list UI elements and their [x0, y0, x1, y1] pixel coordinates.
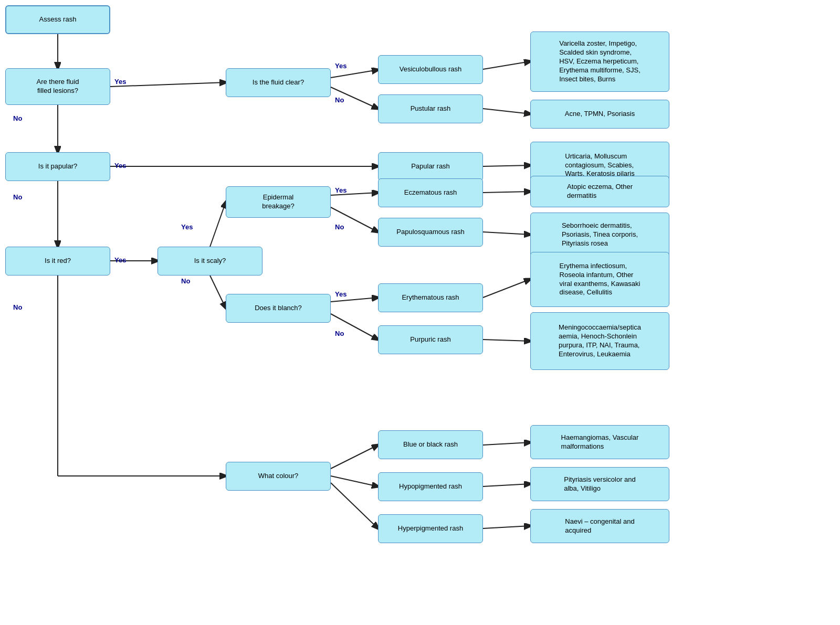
- node-is-scaly: Is it scaly?: [158, 247, 262, 276]
- node-what-colour: What colour?: [226, 462, 331, 491]
- label-dx-hypo: Pityriasis versicolor and alba, Vitiligo: [564, 475, 636, 493]
- label-no-clear: No: [335, 96, 344, 104]
- svg-line-9: [483, 165, 530, 166]
- node-dx-hypo: Pityriasis versicolor and alba, Vitiligo: [530, 467, 669, 501]
- label-dx-vesic: Varicella zoster, Impetigo, Scalded skin…: [559, 39, 640, 83]
- node-dx-eczema: Atopic eczema, Other dermatitis: [530, 176, 669, 207]
- svg-line-29: [483, 526, 530, 528]
- label-no-papular: No: [13, 193, 22, 201]
- label-erythematous: Erythematous rash: [402, 293, 459, 302]
- label-no-blanch: No: [335, 330, 344, 337]
- label-yes-blanch: Yes: [335, 290, 346, 298]
- label-no-scaly: No: [181, 277, 190, 285]
- label-dx-blue: Haemangiomas, Vascular malformations: [561, 433, 639, 451]
- label-purpuric: Purpuric rash: [410, 335, 450, 344]
- label-no-red: No: [13, 303, 22, 311]
- node-vesiculobullous: Vesiculobullous rash: [378, 55, 483, 84]
- node-dx-pust: Acne, TPMN, Psoriasis: [530, 100, 669, 129]
- svg-line-27: [483, 442, 530, 445]
- label-yes-scaly: Yes: [181, 223, 193, 231]
- node-fluid-filled: Are there fluid filled lesions?: [5, 68, 110, 105]
- svg-line-2: [110, 82, 226, 87]
- label-papular-rash: Papular rash: [411, 162, 450, 171]
- node-dx-vesic: Varicella zoster, Impetigo, Scalded skin…: [530, 31, 669, 92]
- svg-line-26: [331, 483, 378, 528]
- label-vesiculobullous: Vesiculobullous rash: [400, 65, 462, 74]
- label-blue-black: Blue or black rash: [403, 440, 458, 449]
- label-dx-erythema-inf: Erythema infectiosum, Roseola infantum, …: [560, 262, 640, 298]
- node-dx-purpuric: Meningococcaemia/septica aemia, Henoch-S…: [530, 312, 669, 370]
- svg-line-7: [483, 109, 530, 114]
- node-dx-hyper: Naevi – congenital and acquired: [530, 509, 669, 543]
- svg-line-28: [483, 484, 530, 486]
- svg-line-25: [331, 476, 378, 486]
- node-is-red: Is it red?: [5, 247, 110, 276]
- node-blue-black: Blue or black rash: [378, 430, 483, 459]
- svg-line-23: [483, 340, 530, 341]
- label-yes-red: Yes: [114, 256, 126, 264]
- svg-line-15: [210, 276, 226, 308]
- label-eczematous: Eczematous rash: [404, 188, 457, 197]
- label-no-fluid: No: [13, 114, 22, 122]
- node-papular-rash: Papular rash: [378, 152, 483, 181]
- svg-line-4: [331, 70, 378, 78]
- label-dx-pust: Acne, TPMN, Psoriasis: [565, 110, 635, 119]
- node-is-papular: Is it papular?: [5, 152, 110, 181]
- flowchart-diagram: Assess rash Are there fluid filled lesio…: [0, 0, 840, 625]
- label-yes-fluid: Yes: [114, 78, 126, 86]
- label-dx-eczema: Atopic eczema, Other dermatitis: [567, 183, 633, 200]
- node-hyperpigmented: Hyperpigmented rash: [378, 514, 483, 543]
- node-erythematous: Erythematous rash: [378, 283, 483, 312]
- svg-line-20: [331, 298, 378, 302]
- node-papulosquamous: Papulosquamous rash: [378, 218, 483, 247]
- svg-line-14: [210, 202, 226, 247]
- label-fluid-filled: Are there fluid filled lesions?: [37, 78, 79, 96]
- label-hyperpigmented: Hyperpigmented rash: [398, 524, 463, 533]
- svg-line-6: [483, 61, 530, 69]
- node-dx-papulosq: Seborrhoeic dermatitis, Psoriasis, Tinea…: [530, 213, 669, 257]
- label-dx-hyper: Naevi – congenital and acquired: [565, 517, 634, 535]
- node-dx-blue: Haemangiomas, Vascular malformations: [530, 425, 669, 459]
- label-yes-epidermal: Yes: [335, 186, 346, 194]
- label-yes-clear: Yes: [335, 62, 346, 70]
- label-no-epidermal: No: [335, 223, 344, 231]
- label-epidermal: Epidermal breakage?: [262, 193, 294, 211]
- svg-line-22: [483, 279, 530, 298]
- label-is-papular: Is it papular?: [38, 162, 77, 171]
- svg-line-18: [483, 192, 530, 193]
- label-hypopigmented: Hypopigmented rash: [399, 482, 462, 491]
- label-dx-purpuric: Meningococcaemia/septica aemia, Henoch-S…: [559, 323, 641, 359]
- label-dx-papular: Urticaria, Molluscum contagiosum, Scabie…: [565, 152, 634, 179]
- node-assess-rash: Assess rash: [5, 5, 110, 34]
- node-hypopigmented: Hypopigmented rash: [378, 472, 483, 501]
- node-dx-erythema-inf: Erythema infectiosum, Roseola infantum, …: [530, 252, 669, 307]
- label-is-scaly: Is it scaly?: [194, 257, 226, 266]
- label-is-red: Is it red?: [45, 257, 71, 266]
- label-is-fluid-clear: Is the fluid clear?: [253, 78, 304, 87]
- label-papulosquamous: Papulosquamous rash: [396, 228, 464, 237]
- label-does-blanch: Does it blanch?: [255, 304, 302, 313]
- node-purpuric: Purpuric rash: [378, 325, 483, 354]
- node-is-fluid-clear: Is the fluid clear?: [226, 68, 331, 97]
- node-eczematous: Eczematous rash: [378, 178, 483, 207]
- label-yes-papular: Yes: [114, 162, 126, 170]
- svg-line-19: [483, 232, 530, 235]
- node-epidermal: Epidermal breakage?: [226, 186, 331, 218]
- label-dx-papulosq: Seborrhoeic dermatitis, Psoriasis, Tinea…: [562, 221, 638, 248]
- node-does-blanch: Does it blanch?: [226, 294, 331, 323]
- label-assess-rash: Assess rash: [39, 15, 77, 24]
- label-what-colour: What colour?: [258, 472, 299, 481]
- svg-line-24: [331, 445, 378, 469]
- node-pustular: Pustular rash: [378, 94, 483, 123]
- label-pustular: Pustular rash: [411, 104, 451, 113]
